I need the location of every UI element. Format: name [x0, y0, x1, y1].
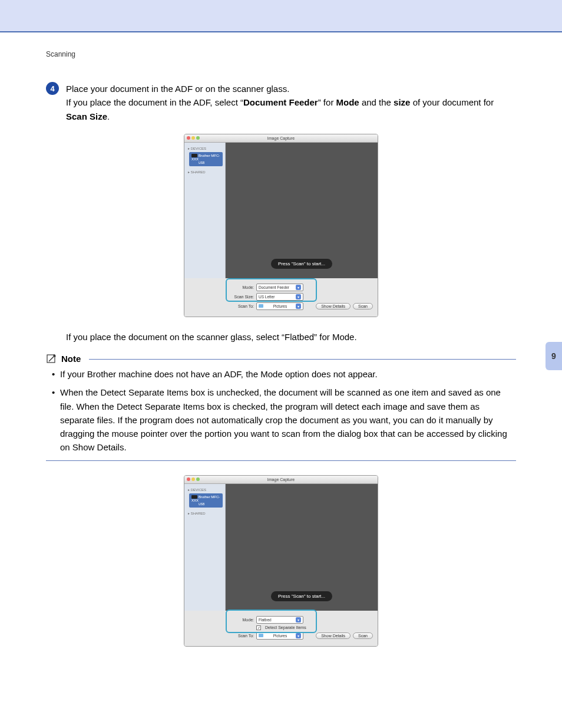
t2c: ” for [318, 97, 336, 107]
scanto-dropdown[interactable]: Pictures▾ [256, 302, 303, 310]
chevron-down-icon: ▾ [296, 617, 301, 622]
sidebar: ▸ DEVICES Brother MFC-XXX USB ▸ SHARED [184, 484, 226, 611]
section-heading: Scanning [46, 50, 516, 58]
sidebar-device-item[interactable]: Brother MFC-XXX USB [189, 493, 223, 508]
step-number-badge: 4 [46, 82, 59, 95]
show-details-button[interactable]: Show Details [316, 633, 351, 639]
chevron-down-icon: ▾ [296, 304, 301, 309]
scansize-dropdown[interactable]: US Letter▾ [256, 293, 303, 301]
t2g: of your document for [410, 97, 494, 107]
mode-dropdown[interactable]: Document Feeder▾ [256, 284, 303, 291]
scan-button[interactable]: Scan [353, 633, 373, 639]
t2a: If you place the document in the ADF, se… [66, 97, 243, 107]
t2d: Mode [336, 97, 359, 107]
window-title: Image Capture [184, 136, 378, 140]
screenshot-flatbed: Image Capture ▸ DEVICES Brother MFC-XXX … [184, 475, 378, 647]
show-details-button[interactable]: Show Details [316, 303, 351, 309]
press-scan-message: Press "Scan" to start... [271, 591, 332, 601]
folder-icon [259, 304, 263, 308]
note-rule [89, 359, 516, 360]
detect-label: Detect Separate Items [265, 625, 306, 630]
chevron-down-icon: ▾ [296, 633, 301, 638]
step-text: Place your document in the ADF or on the… [66, 82, 516, 123]
sidebar: ▸ DEVICES Brother MFC-XXX USB ▸ SHARED [184, 143, 226, 278]
scan-button[interactable]: Scan [353, 303, 373, 309]
mode-label: Mode: [189, 618, 254, 622]
mode-dropdown[interactable]: Flatbed▾ [256, 616, 303, 624]
flatbed-instruction: If you place the document on the scanner… [66, 330, 516, 344]
t2e: and the [359, 97, 394, 107]
screenshot-adf: Image Capture ▸ DEVICES Brother MFC-XXX … [184, 134, 378, 317]
preview-area: Press "Scan" to start... [226, 484, 378, 611]
preview-area: Press "Scan" to start... [226, 143, 378, 278]
controls-panel: Mode: Flatbed▾ ✓ Detect Separate Items S… [184, 611, 378, 646]
window-titlebar: Image Capture [184, 134, 378, 143]
folder-icon [259, 634, 263, 637]
note-item-1: If your Brother machine does not have an… [52, 367, 516, 381]
controls-panel: Mode: Document Feeder▾ Scan Size: US Let… [184, 278, 378, 317]
step-line1: Place your document in the ADF or on the… [66, 84, 289, 94]
sidebar-shared-label: ▸ SHARED [186, 169, 224, 175]
t2f: size [394, 97, 410, 107]
sidebar-devices-label: ▸ DEVICES [186, 145, 224, 151]
note-label: Note [61, 354, 81, 364]
step-4: 4 Place your document in the ADF or on t… [46, 82, 516, 123]
window-titlebar: Image Capture [184, 476, 378, 484]
t2i: . [107, 111, 110, 121]
scansize-label: Scan Size: [189, 295, 254, 299]
scanto-label: Scan To: [189, 304, 254, 308]
device-sub: USB [199, 161, 204, 164]
press-scan-message: Press "Scan" to start... [271, 259, 332, 269]
t2b: Document Feeder [243, 97, 318, 107]
note-item-2: When the Detect Separate Items box is un… [52, 386, 516, 454]
sidebar-shared-label: ▸ SHARED [186, 510, 224, 516]
chevron-down-icon: ▾ [296, 285, 301, 290]
sidebar-devices-label: ▸ DEVICES [186, 486, 224, 493]
device-sub: USB [199, 502, 204, 506]
scanto-label: Scan To: [189, 634, 254, 638]
note-icon [46, 353, 58, 364]
header-band [0, 0, 562, 32]
sidebar-device-item[interactable]: Brother MFC-XXX USB [189, 152, 223, 166]
scanto-dropdown[interactable]: Pictures▾ [256, 632, 303, 640]
detect-checkbox[interactable]: ✓ [256, 625, 261, 630]
note-heading: Note [46, 353, 516, 364]
mode-label: Mode: [189, 285, 254, 289]
note-list: If your Brother machine does not have an… [52, 367, 516, 454]
note-bottom-rule [46, 460, 516, 461]
chevron-down-icon: ▾ [296, 294, 301, 299]
window-title: Image Capture [184, 477, 378, 482]
t2h: Scan Size [66, 111, 107, 121]
